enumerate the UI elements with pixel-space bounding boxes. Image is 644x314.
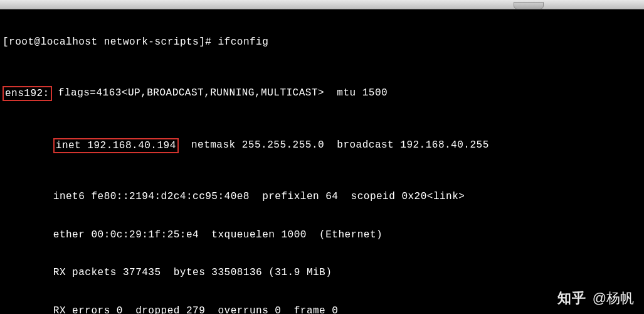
ens192-inet: inet 192.168.40.194 — [56, 140, 176, 151]
text: RX packets 377435 bytes 33508136 (31.9 M… — [53, 267, 332, 278]
indent — [3, 139, 53, 151]
terminal-viewport[interactable]: [root@localhost network-scripts]# ifconf… — [0, 9, 644, 314]
titlebar-grip[interactable] — [514, 2, 544, 9]
indent — [3, 229, 53, 241]
prompt-close: ]# — [199, 36, 211, 48]
command-text: ifconfig — [218, 36, 269, 48]
ens192-inet-box: inet 192.168.40.194 — [53, 138, 179, 153]
text: inet6 fe80::2194:d2c4:cc95:40e8 prefixle… — [53, 191, 465, 202]
ens192-inet6: inet6 fe80::2194:d2c4:cc95:40e8 prefixle… — [3, 190, 641, 203]
indent — [3, 267, 53, 278]
ens192-rx-packets: RX packets 377435 bytes 33508136 (31.9 M… — [3, 266, 641, 279]
prompt-host: localhost — [41, 36, 98, 48]
text: RX errors 0 dropped 279 overruns 0 frame… — [53, 305, 339, 314]
window-titlebar — [0, 0, 644, 9]
ens192-name-box: ens192: — [3, 86, 52, 101]
prompt-user: root — [9, 36, 34, 48]
indent — [3, 305, 53, 314]
ens192-header-row: ens192: flags=4163<UP,BROADCAST,RUNNING,… — [3, 87, 641, 100]
prompt-open: [ — [3, 36, 9, 48]
ens192-name: ens192: — [5, 88, 50, 99]
ens192-inet-row: inet 192.168.40.194 netmask 255.255.255.… — [3, 139, 641, 153]
prompt-cwd: network-scripts — [104, 36, 199, 48]
prompt-line-1: [root@localhost network-scripts]# ifconf… — [3, 36, 641, 48]
ens192-flags: flags=4163<UP,BROADCAST,RUNNING,MULTICAS… — [52, 87, 388, 99]
prompt-at: @ — [34, 36, 41, 48]
ens192-inet-rest: netmask 255.255.255.0 broadcast 192.168.… — [179, 139, 489, 151]
ens192-ether: ether 00:0c:29:1f:25:e4 txqueuelen 1000 … — [3, 229, 641, 241]
ens192-rx-errors: RX errors 0 dropped 279 overruns 0 frame… — [3, 305, 641, 314]
indent — [3, 191, 53, 202]
text: ether 00:0c:29:1f:25:e4 txqueuelen 1000 … — [53, 229, 383, 241]
